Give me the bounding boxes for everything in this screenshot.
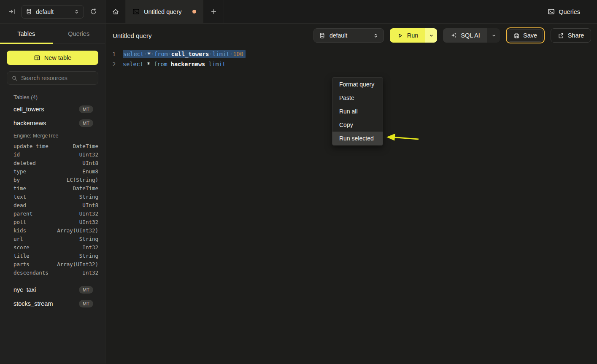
sidebar-tab-tables[interactable]: Tables — [0, 24, 53, 43]
column-type: DateTime — [73, 143, 98, 149]
context-menu-item[interactable]: Run all — [332, 105, 383, 118]
play-icon — [397, 32, 403, 39]
queries-panel-label: Queries — [559, 8, 580, 15]
sidebar-tabs: Tables Queries — [0, 24, 105, 44]
table-row[interactable]: hackernews MT — [7, 116, 98, 130]
home-icon — [112, 8, 119, 16]
column-row: score Int32 — [7, 243, 98, 251]
column-type: Array(UInt32) — [57, 227, 98, 234]
column-type: Array(UInt32) — [57, 261, 98, 267]
sparkles-icon — [450, 32, 457, 39]
database-selector[interactable]: default — [21, 5, 84, 19]
topbar: default — [0, 0, 597, 24]
table-name: nyc_taxi — [14, 286, 79, 293]
refresh-button[interactable] — [88, 7, 98, 17]
column-row: url String — [7, 235, 98, 243]
column-row: deleted UInt8 — [7, 159, 98, 167]
column-row: id UInt32 — [7, 150, 98, 159]
column-name: score — [14, 244, 82, 251]
column-name: url — [14, 236, 79, 242]
column-row: descendants Int32 — [7, 268, 98, 277]
column-type: String — [79, 236, 98, 242]
query-toolbar: Untitled query default — [105, 24, 597, 47]
collapse-sidebar-button[interactable] — [7, 7, 17, 17]
table-row[interactable]: cell_towers MT — [7, 102, 98, 116]
search-icon — [11, 75, 18, 81]
code-line[interactable]: 1 select·*·from·cell_towers·limit·100 — [105, 49, 597, 59]
sql-ai-button[interactable]: SQL AI — [443, 28, 500, 43]
column-row: kids Array(UInt32) — [7, 226, 98, 235]
queries-panel-button[interactable]: Queries — [548, 0, 580, 23]
collapse-sidebar-icon — [8, 8, 16, 15]
table-name: hackernews — [14, 120, 79, 127]
tab-strip: Untitled query Queries — [105, 0, 597, 23]
column-type: LC(String) — [67, 177, 98, 183]
column-type: UInt32 — [79, 210, 98, 217]
save-icon — [513, 32, 520, 39]
column-type: UInt32 — [79, 151, 98, 158]
column-name: parent — [14, 210, 79, 217]
run-button-main[interactable]: Run — [390, 28, 425, 43]
run-options-caret[interactable] — [425, 28, 437, 43]
save-button-highlight-ring[interactable]: Save — [506, 27, 545, 43]
sidebar-tab-queries[interactable]: Queries — [53, 24, 105, 43]
line-number: 1 — [105, 51, 116, 57]
code-line[interactable]: 2 select * from hackernews limit — [105, 59, 597, 69]
column-name: by — [14, 177, 67, 183]
tab-untitled-query[interactable]: Untitled query — [126, 0, 203, 23]
engine-badge: MT — [79, 300, 93, 307]
column-name: dead — [14, 202, 82, 208]
query-database-value: default — [330, 32, 369, 39]
terminal-icon — [132, 8, 140, 15]
search-input[interactable] — [21, 75, 94, 81]
search-box — [7, 71, 98, 85]
column-name: kids — [14, 227, 57, 234]
sql-ai-main[interactable]: SQL AI — [443, 28, 487, 43]
context-menu-item[interactable]: Paste — [332, 91, 383, 105]
sidebar: Tables Queries New table — [0, 24, 105, 364]
code-text: select * from hackernews limit — [123, 61, 229, 67]
table-engine-row: Engine: MergeTree — [7, 130, 98, 142]
line-number: 2 — [105, 61, 116, 67]
database-selector-value: default — [36, 8, 70, 15]
context-menu-item[interactable]: Format query — [332, 78, 383, 91]
database-icon — [26, 8, 32, 15]
context-menu-item[interactable]: Copy — [332, 118, 383, 132]
column-name: time — [14, 185, 73, 191]
column-name: title — [14, 253, 79, 259]
chevron-updown-icon — [373, 32, 378, 39]
column-name: descendants — [14, 270, 82, 276]
query-database-selector[interactable]: default — [313, 28, 384, 43]
plus-icon — [211, 8, 217, 15]
column-name: parts — [14, 261, 57, 267]
run-label: Run — [407, 32, 419, 39]
share-button[interactable]: Share — [551, 28, 591, 43]
run-button[interactable]: Run — [390, 28, 437, 43]
new-tab-button[interactable] — [203, 0, 224, 23]
topbar-spacer — [224, 0, 548, 23]
table-name: cell_towers — [14, 106, 79, 113]
home-button[interactable] — [105, 0, 126, 23]
sql-ai-caret[interactable] — [487, 28, 500, 43]
save-button[interactable]: Save — [508, 29, 543, 42]
column-row: title String — [7, 251, 98, 260]
table-row[interactable]: nyc_taxi MT — [7, 283, 98, 297]
column-name: poll — [14, 219, 79, 225]
column-type: String — [79, 253, 98, 259]
column-type: Enum8 — [82, 168, 98, 175]
new-table-button[interactable]: New table — [7, 51, 98, 65]
query-title: Untitled query — [113, 32, 152, 39]
column-row: parent UInt32 — [7, 209, 98, 218]
tables-section-label: Tables (4) — [14, 94, 98, 100]
column-row: text String — [7, 192, 98, 201]
table-row[interactable]: stocks_stream MT — [7, 297, 98, 310]
main-panel: Untitled query default — [105, 24, 597, 364]
column-type: UInt8 — [82, 160, 98, 166]
share-icon — [558, 32, 564, 39]
column-type: UInt32 — [79, 219, 98, 225]
column-row: parts Array(UInt32) — [7, 260, 98, 268]
column-name: update_time — [14, 143, 73, 149]
new-table-label: New table — [44, 54, 71, 61]
unsaved-changes-dot — [192, 10, 196, 13]
context-menu-item[interactable]: Run selected — [332, 132, 383, 145]
